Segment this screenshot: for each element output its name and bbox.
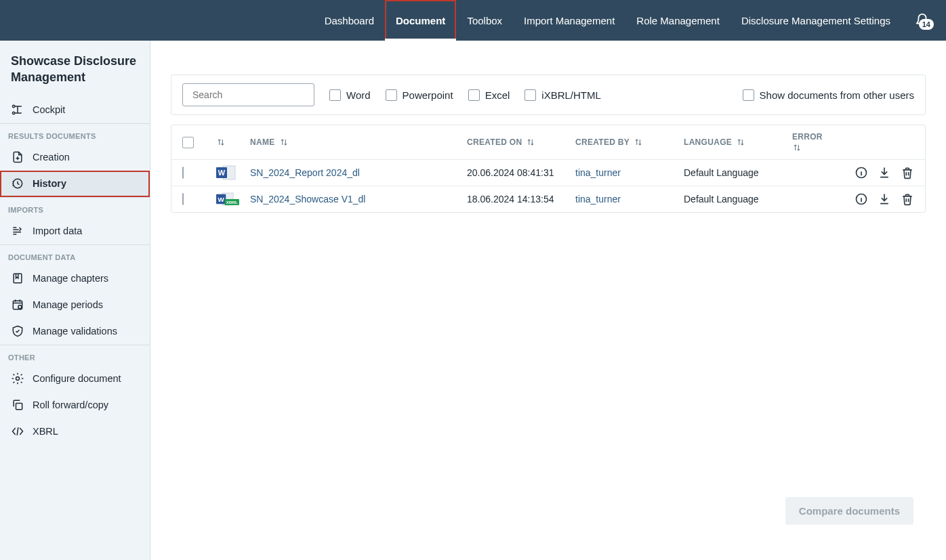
download-button[interactable] [878,166,891,179]
sidebar-item-manage-chapters[interactable]: Manage chapters [0,265,150,292]
sort-icon [634,137,643,147]
sort-icon[interactable] [216,137,226,147]
sidebar-item-label: Configure document [33,373,121,384]
info-button[interactable] [855,192,868,206]
nav-toolbox[interactable]: Toolbox [456,0,513,41]
copy-icon [11,398,24,412]
checkbox-icon [386,89,397,101]
bookmark-icon [11,272,24,285]
checkbox-icon [329,89,341,101]
info-button[interactable] [855,166,868,179]
svg-text:W: W [218,196,225,203]
cell-created-on: 20.06.2024 08:41:31 [467,167,575,178]
document-name-link[interactable]: SN_2024_Report 2024_dl [250,167,467,178]
sort-icon [736,137,745,147]
top-nav: Dashboard Document Toolbox Import Manage… [314,0,930,41]
sidebar-group-imports: IMPORTS [0,198,150,218]
table-header-row: NAME CREATED ON CREATED BY LANGUAGE ERRO… [171,125,925,159]
nav-document[interactable]: Document [385,0,456,41]
filter-show-other-users[interactable]: Show documents from other users [743,89,914,101]
sidebar: Showcase Disclosure Management Cockpit R… [0,41,150,560]
sidebar-item-label: Manage periods [33,299,103,310]
sidebar-item-history[interactable]: History [0,171,150,197]
history-icon [11,177,24,190]
search-input-wrapper[interactable] [182,83,314,106]
sidebar-item-label: History [33,178,66,189]
search-input[interactable] [192,89,311,100]
row-checkbox[interactable] [182,167,184,179]
nav-disclosure-settings[interactable]: Disclosure Management Settings [731,0,901,41]
sidebar-item-label: Import data [33,225,82,236]
shield-check-icon [11,324,24,338]
filter-label: Powerpoint [403,89,453,101]
select-all-checkbox[interactable] [182,137,194,148]
col-created-by[interactable]: CREATED BY [575,137,684,147]
filter-label: Word [346,89,371,101]
col-error[interactable]: ERROR [792,132,833,152]
documents-table: NAME CREATED ON CREATED BY LANGUAGE ERRO… [171,125,926,213]
svg-point-6 [16,376,20,380]
compare-documents-button[interactable]: Compare documents [785,497,913,525]
code-icon [11,425,24,438]
nav-dashboard[interactable]: Dashboard [314,0,385,41]
delete-button[interactable] [901,166,914,179]
filter-excel[interactable]: Excel [468,89,510,101]
gear-icon [11,372,24,385]
col-language[interactable]: LANGUAGE [684,137,792,147]
sidebar-item-label: Roll forward/copy [33,400,108,410]
cell-created-by[interactable]: tina_turner [575,194,684,204]
sidebar-item-label: Creation [33,152,70,163]
sort-icon [279,137,289,147]
word-file-icon: W [216,164,239,181]
sidebar-item-cockpit[interactable]: Cockpit [0,97,150,123]
checkbox-icon [743,89,754,101]
nav-import-management[interactable]: Import Management [513,0,625,41]
sidebar-group-document-data: DOCUMENT DATA [0,245,150,265]
sidebar-item-import-data[interactable]: Import data [0,218,150,244]
svg-text:W: W [218,169,226,177]
row-checkbox[interactable] [182,193,184,205]
notifications-button[interactable]: 14 [915,13,930,28]
svg-text:XBRL: XBRL [226,200,238,204]
download-button[interactable] [878,192,891,206]
svg-point-5 [18,305,22,308]
sidebar-item-manage-validations[interactable]: Manage validations [0,318,150,345]
sidebar-group-other: OTHER [0,345,150,366]
nav-role-management[interactable]: Role Management [625,0,731,41]
cell-created-on: 18.06.2024 14:13:54 [467,194,575,204]
table-row: W XBRL SN_2024_Showcase V1_dl 18.06.2024… [171,186,925,212]
word-xbrl-file-icon: W XBRL [216,190,239,208]
document-plus-icon [11,150,24,164]
filter-word[interactable]: Word [329,89,371,101]
cell-language: Default Language [684,167,792,178]
sidebar-item-manage-periods[interactable]: Manage periods [0,292,150,318]
filter-powerpoint[interactable]: Powerpoint [386,89,453,101]
filter-label: Show documents from other users [760,89,914,101]
svg-point-1 [13,112,15,114]
content-area: Word Powerpoint Excel iXBRL/HTML Show do… [150,41,946,560]
cockpit-icon [11,103,24,116]
filter-label: iXBRL/HTML [541,89,601,101]
sidebar-item-creation[interactable]: Creation [0,144,150,171]
filter-ixbrl[interactable]: iXBRL/HTML [525,89,601,101]
sort-icon [792,143,802,152]
sidebar-group-results: RESULTS DOCUMENTS [0,124,150,144]
filter-card: Word Powerpoint Excel iXBRL/HTML Show do… [171,74,926,115]
filter-label: Excel [485,89,510,101]
cell-created-by[interactable]: tina_turner [575,167,684,178]
document-name-link[interactable]: SN_2024_Showcase V1_dl [250,194,467,204]
sidebar-item-configure-document[interactable]: Configure document [0,366,150,392]
svg-rect-7 [16,403,22,409]
app-title: Showcase Disclosure Management [0,41,150,97]
notification-count-badge: 14 [919,19,934,30]
sidebar-item-label: Cockpit [33,104,65,115]
calendar-icon [11,298,24,311]
sidebar-item-label: XBRL [33,426,58,437]
sidebar-item-roll-forward[interactable]: Roll forward/copy [0,392,150,418]
sidebar-item-xbrl[interactable]: XBRL [0,418,150,445]
delete-button[interactable] [901,192,914,206]
cell-language: Default Language [684,194,792,204]
sidebar-item-label: Manage chapters [33,273,108,284]
col-created-on[interactable]: CREATED ON [467,137,575,147]
col-name[interactable]: NAME [250,137,467,147]
